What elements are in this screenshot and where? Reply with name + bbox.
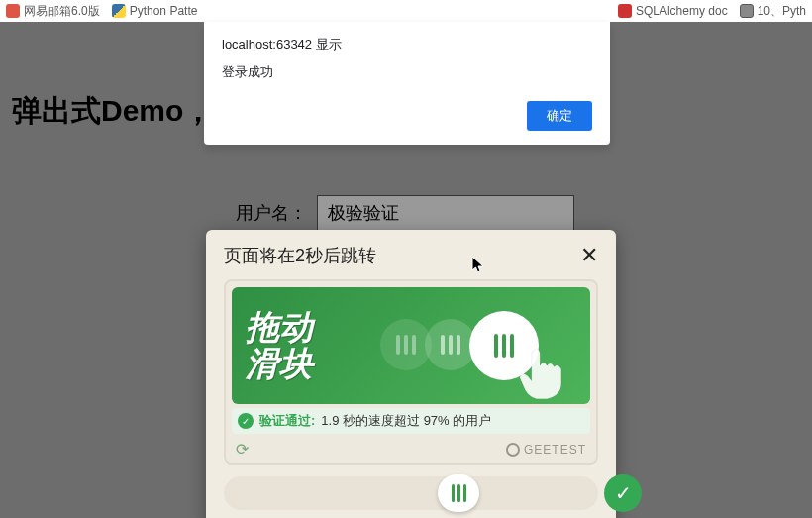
username-label: 用户名： — [236, 201, 307, 225]
refresh-icon[interactable]: ⟳ — [236, 440, 249, 459]
bookmarks-bar: 网易邮箱6.0版 Python Patte SQLAlchemy doc 10、… — [0, 0, 812, 22]
captcha-status: ✓ 验证通过: 1.9 秒的速度超过 97% 的用户 — [232, 408, 590, 434]
captcha-footer: ⟳ GEETEST — [232, 434, 590, 461]
bookmark-item[interactable]: 10、Pyth — [740, 3, 806, 20]
geetest-brand: GEETEST — [506, 443, 586, 457]
page-content: 弹出式Demo， 的验证结果值 用户名： localhost:63342 显示 … — [0, 22, 812, 518]
hand-pointer-icon — [509, 341, 568, 400]
captcha-status-detail: 1.9 秒的速度超过 97% 的用户 — [321, 412, 491, 430]
check-icon: ✓ — [238, 413, 254, 429]
alert-ok-button[interactable]: 确定 — [527, 101, 592, 131]
mail-icon — [6, 4, 20, 18]
folder-icon — [740, 4, 754, 18]
username-row: 用户名： — [236, 195, 574, 231]
slider-track[interactable]: ✓ — [224, 476, 598, 510]
alert-origin: localhost:63342 显示 — [222, 36, 592, 53]
close-icon[interactable]: ✕ — [580, 245, 598, 266]
python-icon — [112, 4, 126, 18]
geetest-logo-icon — [506, 443, 520, 457]
bookmark-item[interactable]: Python Patte — [112, 4, 198, 18]
captcha-body: 拖动 滑块 ✓ 验证通过: 1.9 秒的速度超过 97% 的用户 ⟳ — [224, 279, 598, 465]
success-check-icon: ✓ — [604, 474, 642, 512]
sqlalchemy-icon — [618, 4, 632, 18]
captcha-title: 页面将在2秒后跳转 — [224, 244, 376, 267]
alert-message: 登录成功 — [222, 63, 592, 81]
captcha-status-label: 验证通过: — [259, 412, 315, 430]
bookmark-label: 网易邮箱6.0版 — [24, 3, 100, 20]
captcha-image: 拖动 滑块 — [232, 287, 590, 404]
bookmark-item[interactable]: 网易邮箱6.0版 — [6, 3, 100, 20]
bookmark-item[interactable]: SQLAlchemy doc — [618, 4, 728, 18]
captcha-drag-text: 拖动 滑块 — [246, 309, 313, 383]
username-input[interactable] — [317, 195, 574, 231]
captcha-dialog: 页面将在2秒后跳转 ✕ 拖动 滑块 ✓ 验证通过: 1.9 秒的速度超过 97%… — [206, 230, 616, 518]
slider-knob[interactable] — [438, 474, 479, 512]
js-alert-dialog: localhost:63342 显示 登录成功 确定 — [204, 22, 610, 145]
bookmark-label: Python Patte — [130, 4, 198, 18]
bookmark-label: 10、Pyth — [758, 3, 806, 20]
bookmark-label: SQLAlchemy doc — [636, 4, 728, 18]
